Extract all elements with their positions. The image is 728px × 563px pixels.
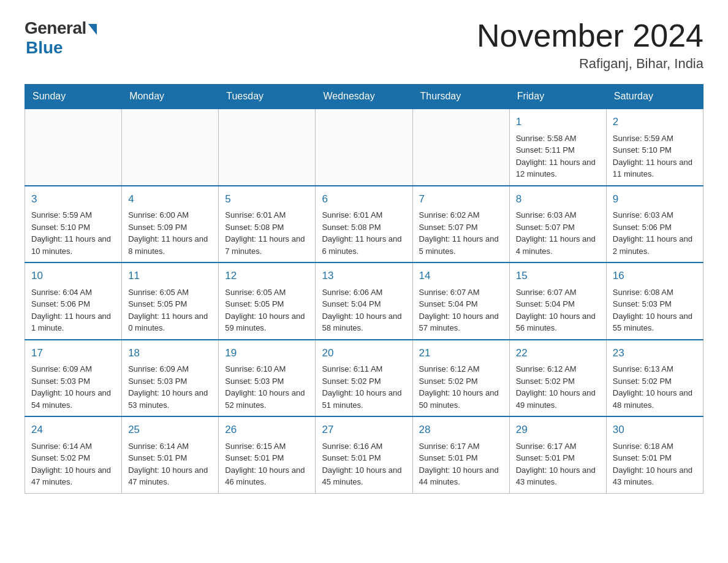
day-number: 13 [322, 268, 406, 284]
day-number: 8 [516, 191, 600, 207]
daylight-text: Daylight: 10 hours and 57 minutes. [419, 310, 503, 334]
day-number: 30 [613, 422, 697, 438]
title-section: November 2024 Rafiganj, Bihar, India [477, 18, 703, 72]
daylight-text: Daylight: 11 hours and 4 minutes. [516, 233, 600, 257]
daylight-text: Daylight: 11 hours and 2 minutes. [613, 233, 697, 257]
daylight-text: Daylight: 11 hours and 11 minutes. [613, 156, 697, 180]
sunrise-text: Sunrise: 6:14 AM [128, 440, 212, 453]
day-number: 22 [516, 345, 600, 361]
calendar-cell: 19Sunrise: 6:10 AMSunset: 5:03 PMDayligh… [219, 340, 316, 417]
calendar-cell: 22Sunrise: 6:12 AMSunset: 5:02 PMDayligh… [509, 340, 606, 417]
sunrise-text: Sunrise: 6:05 AM [128, 286, 212, 299]
daylight-text: Daylight: 10 hours and 50 minutes. [419, 387, 503, 411]
calendar-cell: 29Sunrise: 6:17 AMSunset: 5:01 PMDayligh… [509, 416, 606, 493]
sunrise-text: Sunrise: 6:09 AM [128, 363, 212, 375]
daylight-text: Daylight: 11 hours and 1 minute. [31, 310, 115, 334]
calendar-cell: 16Sunrise: 6:08 AMSunset: 5:03 PMDayligh… [606, 262, 703, 340]
day-number: 23 [613, 345, 697, 361]
daylight-text: Daylight: 11 hours and 0 minutes. [128, 310, 212, 334]
calendar-cell: 18Sunrise: 6:09 AMSunset: 5:03 PMDayligh… [122, 340, 219, 417]
calendar-cell: 20Sunrise: 6:11 AMSunset: 5:02 PMDayligh… [316, 340, 412, 417]
calendar-title: November 2024 [477, 18, 703, 53]
sunset-text: Sunset: 5:02 PM [613, 375, 697, 388]
logo: General Blue [25, 18, 97, 58]
sunset-text: Sunset: 5:01 PM [225, 452, 309, 464]
daylight-text: Daylight: 10 hours and 53 minutes. [128, 387, 212, 411]
calendar-table: SundayMondayTuesdayWednesdayThursdayFrid… [25, 84, 703, 494]
sunrise-text: Sunrise: 6:16 AM [322, 440, 406, 453]
calendar-cell: 4Sunrise: 6:00 AMSunset: 5:09 PMDaylight… [122, 186, 219, 263]
sunset-text: Sunset: 5:04 PM [419, 298, 503, 310]
sunrise-text: Sunrise: 6:01 AM [225, 209, 309, 221]
sunset-text: Sunset: 5:03 PM [128, 375, 212, 388]
day-number: 16 [613, 268, 697, 284]
day-number: 24 [31, 422, 115, 438]
calendar-cell: 2Sunrise: 5:59 AMSunset: 5:10 PMDaylight… [606, 109, 703, 186]
sunrise-text: Sunrise: 6:09 AM [31, 363, 115, 375]
sunset-text: Sunset: 5:01 PM [322, 452, 406, 464]
calendar-cell [316, 109, 412, 186]
calendar-cell: 25Sunrise: 6:14 AMSunset: 5:01 PMDayligh… [122, 416, 219, 493]
day-number: 27 [322, 422, 406, 438]
daylight-text: Daylight: 10 hours and 58 minutes. [322, 310, 406, 334]
day-number: 21 [419, 345, 503, 361]
calendar-cell: 27Sunrise: 6:16 AMSunset: 5:01 PMDayligh… [316, 416, 412, 493]
week-row-1: 1Sunrise: 5:58 AMSunset: 5:11 PMDaylight… [25, 109, 703, 186]
calendar-cell: 26Sunrise: 6:15 AMSunset: 5:01 PMDayligh… [219, 416, 316, 493]
day-number: 2 [613, 114, 697, 130]
calendar-cell: 15Sunrise: 6:07 AMSunset: 5:04 PMDayligh… [509, 262, 606, 340]
sunrise-text: Sunrise: 6:02 AM [419, 209, 503, 221]
daylight-text: Daylight: 10 hours and 51 minutes. [322, 387, 406, 411]
sunset-text: Sunset: 5:08 PM [322, 221, 406, 234]
page-header: General Blue November 2024 Rafiganj, Bih… [25, 18, 703, 72]
weekday-header-saturday: Saturday [606, 85, 703, 109]
sunrise-text: Sunrise: 5:59 AM [613, 132, 697, 145]
calendar-cell: 1Sunrise: 5:58 AMSunset: 5:11 PMDaylight… [509, 109, 606, 186]
calendar-cell: 6Sunrise: 6:01 AMSunset: 5:08 PMDaylight… [316, 186, 412, 263]
day-number: 26 [225, 422, 309, 438]
daylight-text: Daylight: 11 hours and 8 minutes. [128, 233, 212, 257]
daylight-text: Daylight: 10 hours and 56 minutes. [516, 310, 600, 334]
sunrise-text: Sunrise: 6:07 AM [516, 286, 600, 299]
sunset-text: Sunset: 5:03 PM [225, 375, 309, 388]
week-row-5: 24Sunrise: 6:14 AMSunset: 5:02 PMDayligh… [25, 416, 703, 493]
daylight-text: Daylight: 10 hours and 59 minutes. [225, 310, 309, 334]
calendar-cell: 7Sunrise: 6:02 AMSunset: 5:07 PMDaylight… [412, 186, 509, 263]
daylight-text: Daylight: 11 hours and 10 minutes. [31, 233, 115, 257]
sunset-text: Sunset: 5:04 PM [322, 298, 406, 310]
calendar-cell: 8Sunrise: 6:03 AMSunset: 5:07 PMDaylight… [509, 186, 606, 263]
sunrise-text: Sunrise: 6:03 AM [613, 209, 697, 221]
sunset-text: Sunset: 5:02 PM [516, 375, 600, 388]
calendar-subtitle: Rafiganj, Bihar, India [477, 56, 703, 72]
sunrise-text: Sunrise: 6:17 AM [516, 440, 600, 453]
day-number: 4 [128, 191, 212, 207]
sunrise-text: Sunrise: 6:00 AM [128, 209, 212, 221]
sunset-text: Sunset: 5:01 PM [419, 452, 503, 464]
sunrise-text: Sunrise: 6:07 AM [419, 286, 503, 299]
daylight-text: Daylight: 10 hours and 47 minutes. [31, 464, 115, 488]
calendar-cell: 17Sunrise: 6:09 AMSunset: 5:03 PMDayligh… [25, 340, 122, 417]
calendar-cell [412, 109, 509, 186]
sunrise-text: Sunrise: 5:58 AM [516, 132, 600, 145]
calendar-cell: 3Sunrise: 5:59 AMSunset: 5:10 PMDaylight… [25, 186, 122, 263]
daylight-text: Daylight: 11 hours and 6 minutes. [322, 233, 406, 257]
week-row-2: 3Sunrise: 5:59 AMSunset: 5:10 PMDaylight… [25, 186, 703, 263]
daylight-text: Daylight: 11 hours and 12 minutes. [516, 156, 600, 180]
sunrise-text: Sunrise: 6:01 AM [322, 209, 406, 221]
day-number: 10 [31, 268, 115, 284]
calendar-cell: 21Sunrise: 6:12 AMSunset: 5:02 PMDayligh… [412, 340, 509, 417]
weekday-header-tuesday: Tuesday [219, 85, 316, 109]
weekday-header-thursday: Thursday [412, 85, 509, 109]
sunset-text: Sunset: 5:01 PM [613, 452, 697, 464]
sunrise-text: Sunrise: 6:17 AM [419, 440, 503, 453]
calendar-cell: 9Sunrise: 6:03 AMSunset: 5:06 PMDaylight… [606, 186, 703, 263]
calendar-cell [25, 109, 122, 186]
daylight-text: Daylight: 10 hours and 47 minutes. [128, 464, 212, 488]
logo-blue-text: Blue [26, 38, 63, 58]
sunrise-text: Sunrise: 6:18 AM [613, 440, 697, 453]
sunset-text: Sunset: 5:03 PM [31, 375, 115, 388]
calendar-cell: 24Sunrise: 6:14 AMSunset: 5:02 PMDayligh… [25, 416, 122, 493]
sunset-text: Sunset: 5:05 PM [225, 298, 309, 310]
sunset-text: Sunset: 5:03 PM [613, 298, 697, 310]
sunrise-text: Sunrise: 6:12 AM [419, 363, 503, 375]
